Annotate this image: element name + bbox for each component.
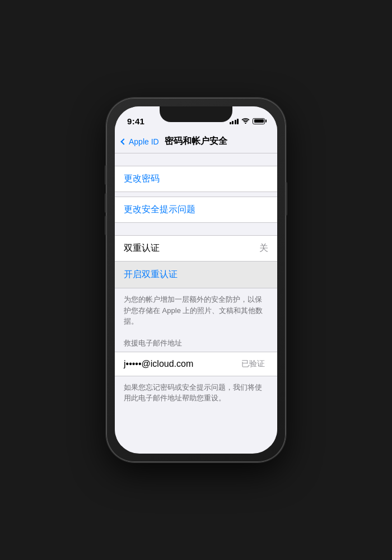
back-button[interactable]: Apple ID [122, 137, 159, 146]
gap-1 [115, 153, 277, 166]
screen-content: 更改密码 更改安全提示问题 双重认证 关 开启双重认证 为您的帐户增加一 [115, 153, 277, 446]
back-label: Apple ID [129, 137, 159, 146]
change-password-group: 更改密码 [115, 166, 277, 192]
change-security-group: 更改安全提示问题 [115, 197, 277, 223]
two-factor-row: 双重认证 关 [115, 235, 277, 261]
two-factor-description: 为您的帐户增加一层额外的安全防护，以保护您存储在 Apple 上的照片、文稿和其… [115, 288, 277, 334]
chevron-left-icon [120, 138, 127, 144]
change-security-label: 更改安全提示问题 [124, 204, 195, 216]
rescue-email-value: j•••••@icloud.com [124, 359, 193, 369]
status-icons [230, 118, 265, 125]
notch [160, 106, 232, 122]
page-title: 密码和帐户安全 [165, 136, 227, 147]
enable-two-factor-item[interactable]: 开启双重认证 [115, 261, 277, 288]
rescue-email-header: 救援电子邮件地址 [115, 334, 277, 352]
change-password-item[interactable]: 更改密码 [115, 166, 277, 192]
rescue-email-item[interactable]: j•••••@icloud.com 已验证 [115, 352, 277, 376]
gap-2 [115, 192, 277, 197]
change-password-label: 更改密码 [124, 173, 160, 185]
rescue-email-right: 已验证 [241, 359, 268, 369]
phone-screen: 9:41 [115, 106, 277, 454]
change-security-item[interactable]: 更改安全提示问题 [115, 197, 277, 222]
signal-icon [230, 118, 239, 124]
enable-two-factor-label: 开启双重认证 [124, 269, 178, 279]
navigation-bar: Apple ID 密码和帐户安全 [115, 131, 277, 153]
status-time: 9:41 [127, 116, 144, 126]
two-factor-status: 关 [259, 242, 268, 254]
rescue-verified-label: 已验证 [241, 359, 265, 369]
gap-3 [115, 223, 277, 235]
battery-icon [253, 118, 265, 124]
svg-point-0 [245, 122, 246, 123]
two-factor-label: 双重认证 [124, 242, 160, 254]
rescue-email-description: 如果您忘记密码或安全提示问题，我们将使用此电子邮件地址帮助您重设。 [115, 376, 277, 412]
wifi-icon [241, 118, 250, 125]
phone-frame: 9:41 [106, 98, 286, 462]
